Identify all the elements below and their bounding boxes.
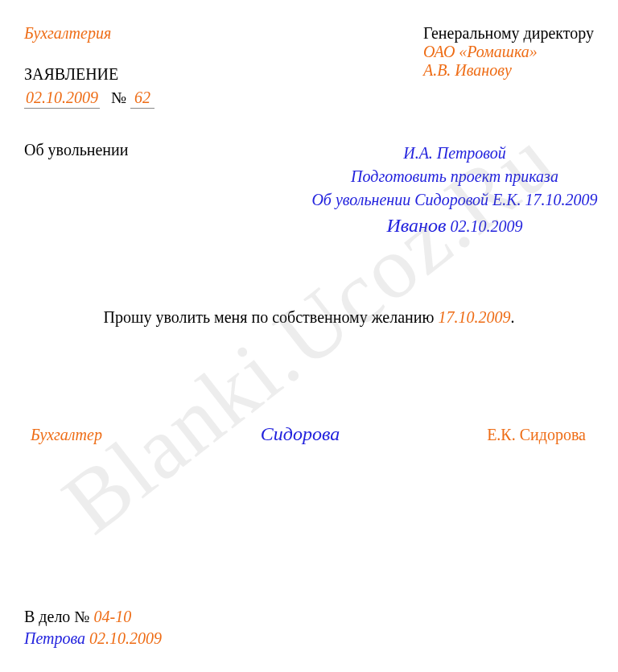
filing-date: 02.10.2009 [89, 629, 162, 647]
addressee-title: Генеральному директору [423, 24, 594, 43]
body-after: . [510, 308, 514, 326]
filing-block: В дело № 04-10 Петрова 02.10.2009 [24, 608, 162, 648]
document-number: 62 [130, 89, 154, 109]
resolution-date: 02.10.2009 [450, 217, 522, 235]
filing-label: В дело № [24, 608, 93, 625]
filing-line2: Петрова 02.10.2009 [24, 629, 162, 648]
body-before: Прошу уволить меня по собственному желан… [104, 308, 439, 326]
signer-role: Бухгалтер [31, 426, 159, 444]
header-left: Бухгалтерия ЗАЯВЛЕНИЕ 02.10.2009 № 62 [24, 24, 154, 141]
filing-number: 04-10 [93, 608, 131, 625]
signer-signature: Сидорова [236, 423, 365, 445]
document-date: 02.10.2009 [24, 89, 100, 109]
resolution-block: И.А. Петровой Подготовить проект приказа… [282, 142, 618, 240]
document-page: Blanki.Ucoz.Ru Бухгалтерия ЗАЯВЛЕНИЕ 02.… [0, 0, 618, 672]
company-name: ОАО «Ромашка» [423, 43, 594, 61]
addressee-name: А.В. Иванову [423, 61, 594, 80]
resolution-signature: Иванов [387, 215, 447, 236]
signature-row: Бухгалтер Сидорова Е.К. Сидорова [24, 423, 594, 445]
department: Бухгалтерия [24, 24, 154, 43]
resolution-signature-line: Иванов 02.10.2009 [282, 212, 618, 240]
resolution-line3: Об увольнении Сидоровой Е.К. 17.10.2009 [282, 188, 618, 212]
number-label: № [111, 89, 126, 106]
body-text: Прошу уволить меня по собственному желан… [24, 308, 594, 327]
document-title: ЗАЯВЛЕНИЕ [24, 65, 154, 84]
registration-line: 02.10.2009 № 62 [24, 89, 154, 109]
signer-name: Е.К. Сидорова [441, 426, 586, 444]
header-right: Генеральному директору ОАО «Ромашка» А.В… [423, 24, 594, 80]
body-date: 17.10.2009 [438, 308, 510, 326]
document-header: Бухгалтерия ЗАЯВЛЕНИЕ 02.10.2009 № 62 Ге… [24, 24, 594, 141]
filing-signature: Петрова [24, 629, 85, 647]
resolution-line1: И.А. Петровой [282, 142, 618, 165]
resolution-line2: Подготовить проект приказа [282, 165, 618, 188]
filing-line1: В дело № 04-10 [24, 608, 162, 626]
